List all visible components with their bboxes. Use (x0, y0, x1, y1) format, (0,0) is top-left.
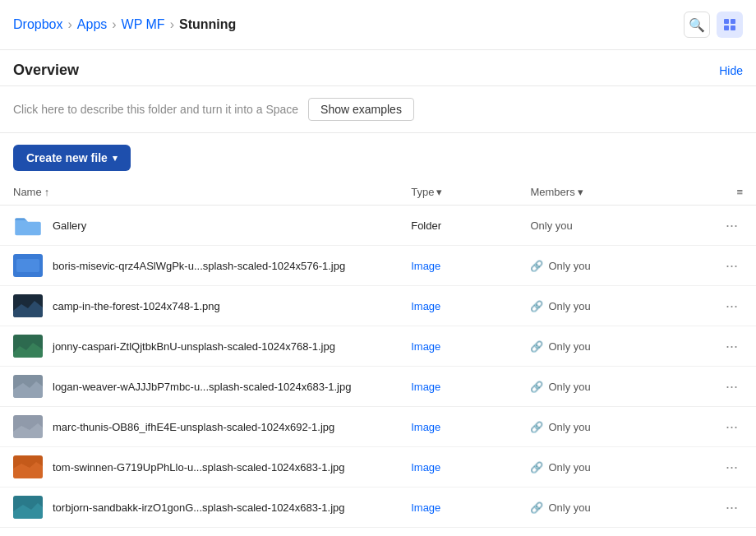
folder-icon (13, 214, 43, 237)
link-icon: 🔗 (530, 421, 543, 433)
table-row: logan-weaver-wAJJJbP7mbc-u...splash-scal… (0, 367, 756, 407)
more-options-button[interactable]: ··· (721, 296, 743, 317)
members-value: Only you (548, 300, 590, 312)
file-thumbnail (13, 496, 43, 519)
file-thumbnail (13, 254, 43, 277)
file-name-cell[interactable]: tom-swinnen-G719UpPhLlo-u...splash-scale… (0, 447, 398, 487)
members-value: Only you (548, 381, 590, 393)
folder-desc-bar: Click here to describe this folder and t… (0, 86, 756, 133)
sep-3: › (170, 17, 174, 32)
file-type-cell: Folder (398, 206, 517, 246)
more-options-button[interactable]: ··· (721, 336, 743, 357)
table-row: boris-misevic-qrz4ASlWgPk-u...splash-sca… (0, 246, 756, 286)
overview-title: Overview (13, 62, 79, 79)
chevron-down-icon: ▾ (113, 153, 118, 164)
actions-cell: ··· (676, 367, 756, 407)
members-cell: 🔗 Only you (517, 246, 676, 286)
svg-rect-0 (724, 19, 729, 24)
file-name-cell[interactable]: marc-thunis-OB86_ifhE4E-unsplash-scaled-… (0, 407, 398, 447)
header-icons: 🔍 (684, 12, 743, 38)
file-thumbnail (13, 294, 43, 317)
file-thumbnail (13, 375, 43, 398)
file-type-cell: Image (398, 407, 517, 447)
link-icon: 🔗 (530, 381, 543, 393)
file-name-cell[interactable]: jonny-caspari-ZtlQjtbkBnU-unsplash-scale… (0, 326, 398, 367)
file-thumbnail (13, 335, 43, 358)
table-row: tom-swinnen-G719UpPhLlo-u...splash-scale… (0, 447, 756, 487)
actions-cell: ··· (676, 286, 756, 326)
actions-cell: ··· (676, 447, 756, 487)
view-options-icon: ≡ (736, 186, 743, 198)
more-options-button[interactable]: ··· (721, 377, 743, 397)
file-type: Image (411, 340, 440, 353)
members-sort-icon: ▾ (578, 186, 583, 198)
folder-description-placeholder[interactable]: Click here to describe this folder and t… (13, 103, 298, 116)
create-label: Create new file (26, 151, 108, 164)
sort-asc-icon: ↑ (44, 186, 50, 198)
more-options-button[interactable]: ··· (721, 417, 743, 437)
file-name-cell[interactable]: boris-misevic-qrz4ASlWgPk-u...splash-sca… (0, 246, 398, 286)
breadcrumb-bar: Dropbox › Apps › WP MF › Stunning 🔍 (0, 0, 756, 50)
search-icon: 🔍 (689, 17, 705, 33)
breadcrumb-wpmf[interactable]: WP MF (122, 17, 165, 32)
file-name-cell[interactable]: logan-weaver-wAJJJbP7mbc-u...splash-scal… (0, 367, 398, 407)
file-name-cell[interactable]: camp-in-the-forest-1024x748-1.png (0, 286, 398, 326)
breadcrumb-dropbox[interactable]: Dropbox (13, 17, 62, 32)
svg-rect-5 (16, 259, 39, 272)
more-options-button[interactable]: ··· (721, 497, 743, 518)
file-type: Image (411, 300, 440, 312)
file-type-cell: Image (398, 246, 517, 286)
more-options-button[interactable]: ··· (721, 215, 743, 236)
members-cell: 🔗 Only you (517, 447, 676, 487)
actions-cell: ··· (676, 326, 756, 367)
members-value: Only you (530, 219, 572, 232)
col-header-members[interactable]: Members ▾ (517, 179, 676, 206)
file-name: jonny-caspari-ZtlQjtbkBnU-unsplash-scale… (53, 340, 335, 353)
link-icon: 🔗 (530, 501, 543, 514)
hide-button[interactable]: Hide (719, 64, 743, 77)
file-type: Image (411, 260, 440, 272)
file-type-cell: Image (398, 326, 517, 367)
members-value: Only you (548, 501, 590, 514)
file-thumbnail (13, 455, 43, 478)
file-name: tom-swinnen-G719UpPhLlo-u...splash-scale… (53, 461, 345, 474)
file-name: camp-in-the-forest-1024x748-1.png (53, 300, 220, 312)
members-value: Only you (548, 340, 590, 353)
grid-icon (723, 18, 736, 31)
members-cell: 🔗 Only you (517, 367, 676, 407)
breadcrumb-apps[interactable]: Apps (77, 17, 107, 32)
col-header-type[interactable]: Type ▾ (398, 179, 517, 206)
col-header-view[interactable]: ≡ (676, 179, 756, 206)
col-header-name[interactable]: Name ↑ (0, 179, 398, 206)
table-row: jonny-caspari-ZtlQjtbkBnU-unsplash-scale… (0, 326, 756, 367)
link-icon: 🔗 (530, 340, 543, 353)
file-type: Image (411, 381, 440, 393)
create-new-file-button[interactable]: Create new file ▾ (13, 145, 131, 171)
file-name: Gallery (53, 219, 86, 232)
members-cell: Only you (517, 206, 676, 246)
link-icon: 🔗 (530, 461, 543, 474)
show-examples-button[interactable]: Show examples (308, 98, 414, 121)
more-options-button[interactable]: ··· (721, 256, 743, 276)
file-type-cell: Image (398, 447, 517, 487)
members-cell: 🔗 Only you (517, 487, 676, 528)
grid-view-button[interactable] (717, 12, 743, 38)
breadcrumb-current: Stunning (179, 17, 236, 32)
file-type-cell: Image (398, 367, 517, 407)
file-type: Folder (411, 219, 441, 232)
file-type: Image (411, 501, 440, 514)
actions-cell: ··· (676, 206, 756, 246)
actions-cell: ··· (676, 487, 756, 528)
file-table: Name ↑ Type ▾ Members ▾ ≡ (0, 179, 756, 528)
file-name: boris-misevic-qrz4ASlWgPk-u...splash-sca… (53, 260, 345, 272)
file-type: Image (411, 421, 440, 433)
members-cell: 🔗 Only you (517, 407, 676, 447)
toolbar: Create new file ▾ (0, 133, 756, 179)
file-name-cell[interactable]: Gallery (0, 206, 398, 246)
search-button[interactable]: 🔍 (684, 12, 710, 38)
file-name-cell[interactable]: torbjorn-sandbakk-irzO1gonG...splash-sca… (0, 487, 398, 528)
members-value: Only you (548, 260, 590, 272)
svg-rect-3 (731, 25, 735, 30)
more-options-button[interactable]: ··· (721, 457, 743, 478)
file-name: torbjorn-sandbakk-irzO1gonG...splash-sca… (53, 501, 345, 514)
